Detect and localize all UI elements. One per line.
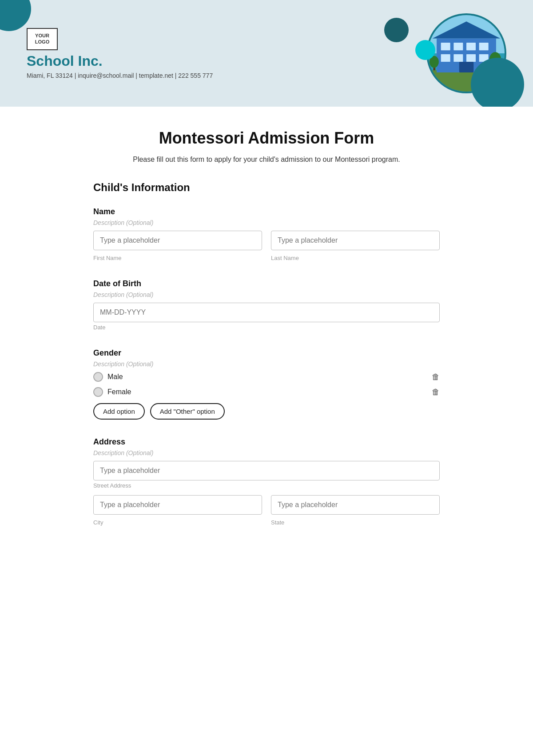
deco-circle-dark xyxy=(384,18,409,42)
school-info: Miami, FL 33124 | inquire@school.mail | … xyxy=(27,72,213,79)
dob-input[interactable] xyxy=(93,303,440,322)
field-name: Name Description (Optional) First Name L… xyxy=(93,207,440,261)
field-address-label: Address xyxy=(93,437,440,447)
page-header: YOUR LOGO School Inc. Miami, FL 33124 | … xyxy=(0,0,533,107)
deco-circle-top-left xyxy=(0,0,31,31)
deco-circle-cyan xyxy=(415,40,435,60)
svg-rect-4 xyxy=(441,43,450,50)
header-left: YOUR LOGO School Inc. Miami, FL 33124 | … xyxy=(27,28,213,79)
gender-option-male: Male 🗑 xyxy=(93,372,440,382)
gender-option-female: Female 🗑 xyxy=(93,387,440,397)
svg-rect-7 xyxy=(479,43,489,50)
field-dob: Date of Birth Description (Optional) Dat… xyxy=(93,279,440,331)
form-title: Montessori Admission Form xyxy=(93,129,440,148)
form-main: Montessori Admission Form Please fill ou… xyxy=(76,107,457,570)
form-subtitle: Please fill out this form to apply for y… xyxy=(93,156,440,164)
city-hint: City xyxy=(93,519,262,526)
radio-circle-male[interactable] xyxy=(93,372,103,382)
add-option-button[interactable]: Add option xyxy=(93,403,145,420)
trash-icon-male[interactable]: 🗑 xyxy=(432,372,440,382)
add-option-row: Add option Add "Other" option xyxy=(93,403,440,420)
logo-box: YOUR LOGO xyxy=(27,28,58,50)
svg-rect-6 xyxy=(466,43,476,50)
header-right xyxy=(426,13,506,93)
section-child-info-title: Child's Information xyxy=(93,181,440,194)
radio-left-male: Male xyxy=(93,372,123,382)
city-state-hint-row: City State xyxy=(93,517,440,526)
trash-icon-female[interactable]: 🗑 xyxy=(432,388,440,397)
city-state-row xyxy=(93,495,440,515)
radio-label-male: Male xyxy=(107,373,123,381)
svg-rect-8 xyxy=(441,54,450,62)
add-other-option-button[interactable]: Add "Other" option xyxy=(150,403,225,420)
last-name-hint: Last Name xyxy=(271,255,440,261)
field-gender: Gender Description (Optional) Male 🗑 Fem… xyxy=(93,348,440,420)
radio-left-female: Female xyxy=(93,387,131,397)
radio-circle-female[interactable] xyxy=(93,387,103,397)
svg-rect-10 xyxy=(466,54,476,62)
last-name-input[interactable] xyxy=(271,231,440,250)
school-name: School Inc. xyxy=(27,53,213,69)
field-dob-label: Date of Birth xyxy=(93,279,440,288)
deco-circle-bottom-right xyxy=(471,58,524,107)
state-input[interactable] xyxy=(271,495,440,515)
field-gender-label: Gender xyxy=(93,348,440,358)
first-name-input[interactable] xyxy=(93,231,262,250)
field-address: Address Description (Optional) Street Ad… xyxy=(93,437,440,526)
name-hint-row: First Name Last Name xyxy=(93,253,440,261)
field-address-description: Description (Optional) xyxy=(93,449,440,456)
radio-label-female: Female xyxy=(107,388,131,396)
field-dob-description: Description (Optional) xyxy=(93,291,440,298)
city-input[interactable] xyxy=(93,495,262,515)
state-hint: State xyxy=(271,519,440,526)
svg-rect-12 xyxy=(459,62,473,72)
svg-rect-5 xyxy=(453,43,463,50)
first-name-hint: First Name xyxy=(93,255,262,261)
svg-rect-9 xyxy=(453,54,463,62)
field-name-description: Description (Optional) xyxy=(93,219,440,226)
name-input-row xyxy=(93,231,440,250)
field-name-label: Name xyxy=(93,207,440,216)
dob-hint: Date xyxy=(93,324,440,331)
street-address-input[interactable] xyxy=(93,461,440,480)
field-gender-description: Description (Optional) xyxy=(93,360,440,368)
street-address-hint: Street Address xyxy=(93,482,440,489)
